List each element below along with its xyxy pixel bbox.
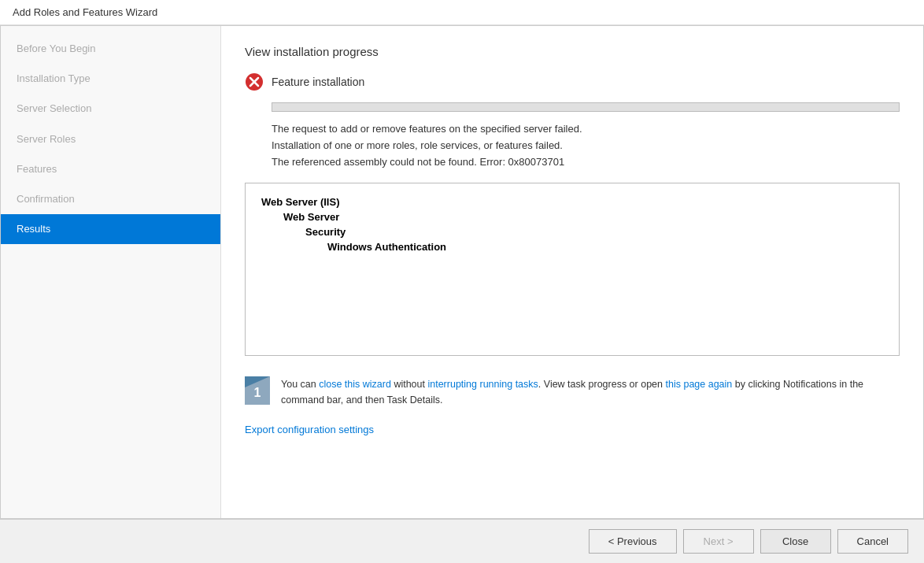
progress-bar-fill [272,103,899,111]
footer: < Previous Next > Close Cancel [0,519,924,563]
sidebar-item-features[interactable]: Features [1,154,220,184]
progress-bar-container [272,102,900,112]
error-text: The request to add or remove features on… [272,121,900,170]
close-button[interactable]: Close [760,529,831,554]
export-configuration-link[interactable]: Export configuration settings [245,424,900,435]
feature-row: Feature installation [245,72,900,91]
error-icon [245,72,264,91]
previous-button[interactable]: < Previous [589,529,677,554]
sidebar-item-before-you-begin[interactable]: Before You Begin [1,26,220,64]
section-title: View installation progress [245,45,900,58]
sidebar-item-confirmation[interactable]: Confirmation [1,184,220,214]
sidebar: Before You Begin Installation Type Serve… [1,26,221,518]
sidebar-item-results[interactable]: Results [1,214,220,244]
notification-icon: 1 [245,376,270,405]
feature-title: Feature installation [272,76,364,88]
tree-item-l4: Windows Authentication [327,241,883,253]
info-text: You can close this wizard without interr… [281,376,900,408]
sidebar-item-server-selection[interactable]: Server Selection [1,94,220,124]
svg-text:1: 1 [254,386,261,399]
title-bar-text: Add Roles and Features Wizard [13,6,157,18]
tree-item-l1: Web Server (IIS) [261,196,883,208]
next-button[interactable]: Next > [683,529,754,554]
tree-item-l3: Security [305,226,883,238]
tree-item-l2: Web Server [283,211,883,223]
cancel-button[interactable]: Cancel [837,529,908,554]
sidebar-item-installation-type[interactable]: Installation Type [1,64,220,94]
sidebar-item-server-roles[interactable]: Server Roles [1,124,220,154]
info-box: 1 You can close this wizard without inte… [245,369,900,416]
main-content: View installation progress Feature insta… [221,26,923,518]
tree-box: Web Server (IIS) Web Server Security Win… [245,183,900,356]
